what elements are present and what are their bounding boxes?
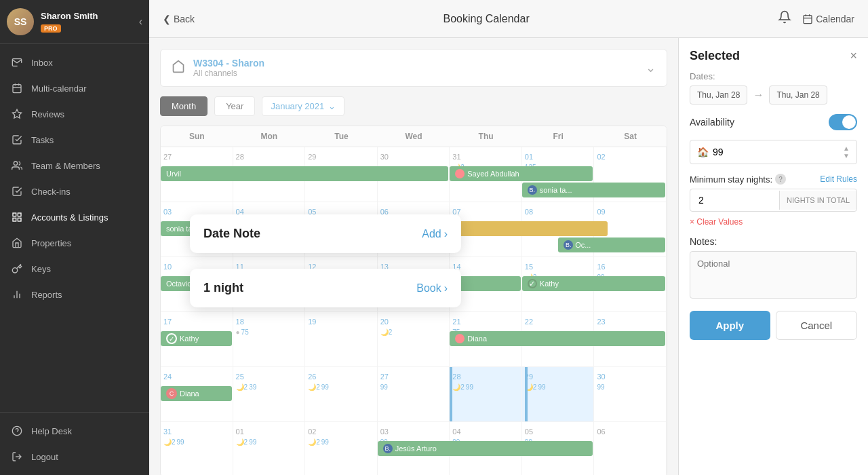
tasks-icon — [11, 134, 23, 146]
svg-point-10 — [12, 268, 17, 273]
page-title: Booking Calendar — [205, 13, 767, 25]
notes-label: Notes: — [690, 236, 857, 247]
main-content: ❮ Back Booking Calendar Calendar W3304 -… — [149, 0, 868, 475]
topbar-calendar-label: Calendar — [816, 14, 854, 24]
svg-rect-9 — [18, 218, 21, 221]
calendar-main: W3304 - Sharon All channels ⌄ Month Year… — [149, 38, 678, 475]
team-icon — [11, 159, 23, 172]
sidebar-item-keys-label: Keys — [31, 264, 51, 274]
sidebar-item-help[interactable]: Help Desk — [0, 418, 149, 444]
svg-rect-17 — [804, 15, 812, 23]
accounts-icon — [11, 211, 23, 223]
apply-button[interactable]: Apply — [690, 311, 770, 340]
sidebar-item-reviews-label: Reviews — [31, 109, 64, 119]
sidebar-header: SS Sharon Smith PRO ‹ — [0, 0, 149, 44]
inbox-icon — [11, 56, 23, 69]
sidebar-item-accounts[interactable]: Accounts & Listings — [0, 204, 149, 230]
edit-rules-link[interactable]: Edit Rules — [820, 174, 857, 184]
book-chevron-icon: › — [444, 282, 448, 294]
sidebar-item-check-ins[interactable]: Check-ins — [0, 178, 149, 204]
clear-values-button[interactable]: × Clear Values — [690, 217, 857, 227]
topbar: ❮ Back Booking Calendar Calendar — [149, 0, 868, 38]
sidebar-item-tasks[interactable]: Tasks — [0, 127, 149, 153]
sidebar: SS Sharon Smith PRO ‹ Inbox Multi-calend… — [0, 0, 149, 475]
popup-overlay — [149, 38, 678, 475]
sidebar-item-team-label: Team & Members — [31, 161, 100, 171]
date-note-popup: Date Note Add › — [190, 214, 461, 253]
keys-icon — [11, 263, 23, 275]
sidebar-item-inbox-label: Inbox — [31, 58, 53, 68]
sidebar-item-tasks-label: Tasks — [31, 135, 54, 145]
sidebar-item-help-label: Help Desk — [31, 426, 72, 436]
sidebar-item-keys[interactable]: Keys — [0, 256, 149, 282]
back-label: Back — [174, 14, 195, 24]
availability-toggle[interactable]: ✓ — [829, 114, 857, 130]
svg-rect-6 — [13, 213, 16, 216]
sidebar-item-reviews[interactable]: Reviews — [0, 101, 149, 127]
min-stay-input-row: 2 NIGHTS IN TOTAL — [690, 189, 857, 212]
sidebar-item-logout[interactable]: Logout — [0, 444, 149, 470]
sidebar-item-reports-label: Reports — [31, 290, 62, 300]
cancel-button[interactable]: Cancel — [776, 311, 858, 340]
notes-input[interactable] — [690, 251, 857, 299]
availability-row: Availability ✓ — [690, 114, 857, 130]
date-from-badge: Thu, Jan 28 — [690, 86, 747, 104]
date-note-add-button[interactable]: Add › — [422, 228, 448, 240]
reviews-icon — [11, 108, 23, 120]
properties-icon — [11, 237, 23, 249]
sidebar-item-multi-calendar-label: Multi-calendar — [31, 83, 87, 94]
date-separator: → — [753, 86, 764, 104]
svg-point-5 — [14, 162, 17, 165]
min-stay-row: Minimum stay nights: ? Edit Rules 2 NIGH… — [690, 174, 857, 212]
svg-rect-7 — [18, 213, 21, 216]
sidebar-user-name: Sharon Smith — [41, 11, 132, 21]
back-button[interactable]: ❮ Back — [163, 14, 195, 24]
notification-icon[interactable] — [778, 10, 791, 27]
check-ins-icon — [11, 185, 23, 197]
sidebar-collapse-icon[interactable]: ‹ — [139, 16, 142, 28]
book-nights-label: 1 night — [203, 281, 243, 295]
date-note-title: Date Note — [203, 227, 260, 241]
chevron-right-icon: › — [444, 228, 448, 240]
min-stay-value: 2 — [690, 189, 779, 211]
sidebar-user-info: Sharon Smith PRO — [41, 11, 132, 33]
min-stay-help-icon[interactable]: ? — [775, 174, 786, 185]
logout-icon — [11, 451, 23, 463]
sidebar-item-multi-calendar[interactable]: Multi-calendar — [0, 75, 149, 101]
book-button[interactable]: Book › — [416, 282, 448, 294]
dates-row: Thu, Jan 28 → Thu, Jan 28 — [690, 86, 857, 104]
book-popup: 1 night Book › — [190, 269, 461, 307]
sidebar-item-properties-label: Properties — [31, 238, 71, 248]
svg-rect-8 — [13, 218, 16, 221]
pro-badge: PRO — [41, 24, 61, 33]
help-icon — [11, 425, 23, 437]
sidebar-item-inbox[interactable]: Inbox — [0, 50, 149, 75]
panel-header: Selected × — [690, 49, 857, 63]
calendar-area: W3304 - Sharon All channels ⌄ Month Year… — [149, 38, 868, 475]
panel-title: Selected — [690, 49, 740, 63]
date-to-badge: Thu, Jan 28 — [769, 86, 827, 104]
availability-label: Availability — [690, 117, 734, 128]
sidebar-item-accounts-label: Accounts & Listings — [31, 212, 108, 223]
panel-actions: Apply Cancel — [690, 311, 857, 340]
sidebar-item-reports[interactable]: Reports — [0, 282, 149, 307]
sidebar-nav: Inbox Multi-calendar Reviews Tasks Team … — [0, 44, 149, 412]
min-stay-label: Minimum stay nights: ? — [690, 174, 786, 185]
panel-close-button[interactable]: × — [850, 49, 857, 63]
sidebar-item-properties[interactable]: Properties — [0, 230, 149, 256]
svg-marker-4 — [12, 109, 21, 118]
price-value: 99 — [713, 147, 843, 157]
sidebar-item-logout-label: Logout — [31, 452, 58, 462]
nights-in-total-label: NIGHTS IN TOTAL — [779, 191, 856, 210]
svg-rect-0 — [13, 85, 21, 93]
multi-calendar-icon — [11, 82, 23, 94]
toggle-check-icon: ✓ — [846, 117, 853, 126]
home-price-icon: 🏠 — [697, 147, 709, 157]
price-row: 🏠 99 ▲ ▼ — [690, 140, 857, 164]
topbar-actions: Calendar — [778, 10, 854, 27]
right-panel: Selected × Dates: Thu, Jan 28 → Thu, Jan… — [678, 38, 868, 475]
price-stepper[interactable]: ▲ ▼ — [843, 145, 850, 159]
dates-label: Dates: — [690, 71, 857, 81]
topbar-calendar-button[interactable]: Calendar — [802, 14, 854, 24]
sidebar-item-team[interactable]: Team & Members — [0, 153, 149, 178]
